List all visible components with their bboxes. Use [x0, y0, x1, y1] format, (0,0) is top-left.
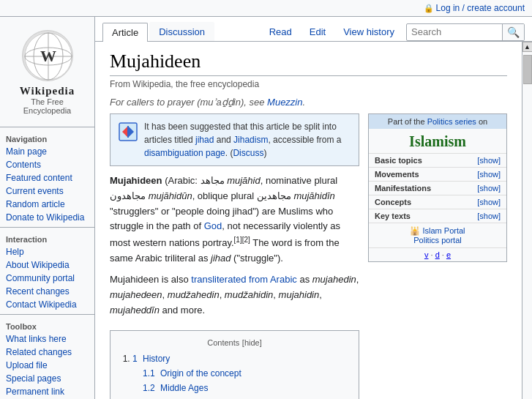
tab-read[interactable]: Read	[263, 23, 298, 41]
sidebar-item-about[interactable]: About Wikipedia	[0, 258, 94, 272]
article-para-1: Mujahideen (Arabic: مجاهد mujāhid, nomin…	[110, 174, 359, 266]
infobox: Part of the Politics series on Islamism …	[368, 113, 507, 262]
toc-title: Contents [hide]	[121, 337, 348, 348]
infobox-row-keytexts: Key texts [show]	[369, 209, 506, 223]
toc-link-1-2[interactable]: 1.2 Middle Ages	[143, 383, 208, 393]
site-tagline: The Free Encyclopedia	[6, 97, 89, 115]
link-transliterated[interactable]: transliterated from Arabic	[191, 274, 297, 285]
infobox-concepts-show[interactable]: [show]	[477, 198, 501, 206]
sidebar-item-what-links[interactable]: What links here	[0, 332, 94, 346]
infobox-politics-link[interactable]: Politics series	[427, 117, 476, 126]
tabs-right: Read Edit View history 🔍	[263, 23, 525, 41]
toc-link-1-1[interactable]: 1.1 Origin of the concept	[143, 368, 241, 379]
notice-link-discuss[interactable]: Discuss	[233, 148, 263, 158]
infobox-v-link[interactable]: v	[424, 250, 429, 259]
sidebar-item-current-events[interactable]: Current events	[0, 184, 94, 198]
tab-article[interactable]: Article	[102, 23, 148, 42]
infobox-keytexts-label: Key texts	[375, 212, 411, 220]
article-para-2: Mujahideen is also transliterated from A…	[110, 272, 359, 318]
scroll-up-button[interactable]: ▲	[522, 42, 533, 52]
infobox-header: Part of the Politics series on	[369, 114, 506, 129]
notice-link-jihad[interactable]: jihad	[195, 135, 214, 145]
notice-link-jihadism[interactable]: Jihadism	[233, 135, 268, 145]
nav-section-title: Navigation	[0, 130, 94, 145]
article-title: Mujahideen	[110, 51, 507, 76]
toc-item-1-3: 1.3 Early Modern period	[143, 396, 348, 400]
infobox-vde: v · d · e	[369, 247, 506, 261]
sidebar-item-featured[interactable]: Featured content	[0, 171, 94, 184]
toc-sublist-1: 1.1 Origin of the concept 1.2 Middle Age…	[132, 367, 348, 400]
infobox-row-movements: Movements [show]	[369, 167, 506, 181]
split-icon	[118, 122, 138, 146]
wiki-logo: W	[22, 30, 73, 81]
toc-hide-toggle[interactable]: [hide]	[242, 338, 262, 347]
infobox-islam-portal-link[interactable]: 🕌 Islam Portal	[410, 226, 465, 235]
infobox-e-link[interactable]: e	[446, 250, 451, 259]
sidebar-item-recent-changes[interactable]: Recent changes	[0, 285, 94, 298]
infobox-row-manifestations: Manifestations [show]	[369, 181, 506, 195]
sidebar-item-community[interactable]: Community portal	[0, 272, 94, 285]
article-body: It has been suggested that this article …	[110, 113, 507, 399]
infobox-row-basic: Basic topics [show]	[369, 153, 506, 167]
infobox-manifestations-show[interactable]: [show]	[477, 184, 501, 193]
article: Mujahideen From Wikipedia, the free ency…	[95, 42, 522, 399]
sidebar-item-permanent[interactable]: Permanent link	[0, 385, 94, 398]
lock-icon: 🔒	[424, 4, 434, 13]
infobox-row-concepts: Concepts [show]	[369, 195, 506, 209]
tabs-bar: Article Discussion Read Edit View histor…	[95, 17, 532, 42]
tab-edit[interactable]: Edit	[304, 23, 331, 41]
tab-history[interactable]: View history	[337, 23, 400, 41]
infobox-politics-portal-link[interactable]: Politics portal	[413, 236, 461, 245]
content-area: Article Discussion Read Edit View histor…	[95, 17, 532, 399]
infobox-basic-show[interactable]: [show]	[477, 156, 501, 165]
search-button[interactable]: 🔍	[502, 24, 524, 40]
svg-text:W: W	[40, 47, 56, 65]
login-link[interactable]: Log in / create account	[436, 3, 525, 13]
tab-discussion[interactable]: Discussion	[149, 22, 214, 41]
sidebar-item-related-changes[interactable]: Related changes	[0, 346, 94, 359]
split-notice: It has been suggested that this article …	[110, 113, 359, 166]
sidebar-item-main-page[interactable]: Main page	[0, 145, 94, 158]
notice-text: It has been suggested that this article …	[144, 120, 351, 160]
infobox-keytexts-show[interactable]: [show]	[477, 212, 501, 220]
link-god[interactable]: God	[204, 220, 222, 231]
toc-link-1[interactable]: 1 History	[132, 354, 170, 364]
infobox-movements-label: Movements	[375, 170, 419, 179]
table-of-contents: Contents [hide] 1 History 1.1 Origin of …	[110, 330, 359, 400]
toc-item-1-2: 1.2 Middle Ages	[143, 381, 348, 395]
sidebar-item-donate[interactable]: Donate to Wikipedia	[0, 211, 94, 224]
hatnote: For callers to prayer (muʾaḏḏin), see Mu…	[110, 97, 507, 108]
search-input[interactable]	[407, 25, 502, 39]
search-box: 🔍	[406, 23, 525, 41]
toc-item-1-1: 1.1 Origin of the concept	[143, 367, 348, 380]
site-name: Wikipedia	[6, 83, 89, 97]
toc-item-1: 1 History 1.1 Origin of the concept 1.2 …	[132, 352, 348, 400]
toolbox-section-title: Toolbox	[0, 318, 94, 332]
toc-list: 1 History 1.1 Origin of the concept 1.2 …	[121, 352, 348, 400]
article-subtitle: From Wikipedia, the free encyclopedia	[110, 79, 507, 89]
sidebar-item-contact[interactable]: Contact Wikipedia	[0, 298, 94, 311]
sidebar-item-contents[interactable]: Contents	[0, 158, 94, 171]
article-main: It has been suggested that this article …	[110, 113, 359, 399]
notice-link-disambiguation[interactable]: disambiguation page	[144, 148, 225, 158]
infobox-basic-label: Basic topics	[375, 156, 422, 165]
scroll-thumb[interactable]	[523, 55, 532, 84]
infobox-d-link[interactable]: d	[435, 250, 440, 259]
scrollbar: ▲ ▼	[522, 42, 532, 399]
infobox-portal: 🕌 Islam Portal Politics portal	[369, 223, 506, 247]
interaction-section-title: Interaction	[0, 231, 94, 245]
topbar: 🔒 Log in / create account	[0, 0, 532, 17]
hatnote-link[interactable]: Muezzin	[267, 97, 302, 108]
infobox-manifestations-label: Manifestations	[375, 184, 431, 193]
sidebar-item-upload[interactable]: Upload file	[0, 359, 94, 372]
sidebar-item-help[interactable]: Help	[0, 245, 94, 258]
infobox-title: Islamism	[369, 129, 506, 153]
logo-area: W Wikipedia The Free Encyclopedia	[0, 23, 94, 124]
infobox-concepts-label: Concepts	[375, 198, 411, 206]
sidebar-item-random[interactable]: Random article	[0, 198, 94, 211]
sidebar: W Wikipedia The Free Encyclopedia Naviga…	[0, 17, 95, 399]
sidebar-item-special[interactable]: Special pages	[0, 372, 94, 385]
infobox-movements-show[interactable]: [show]	[477, 170, 501, 179]
